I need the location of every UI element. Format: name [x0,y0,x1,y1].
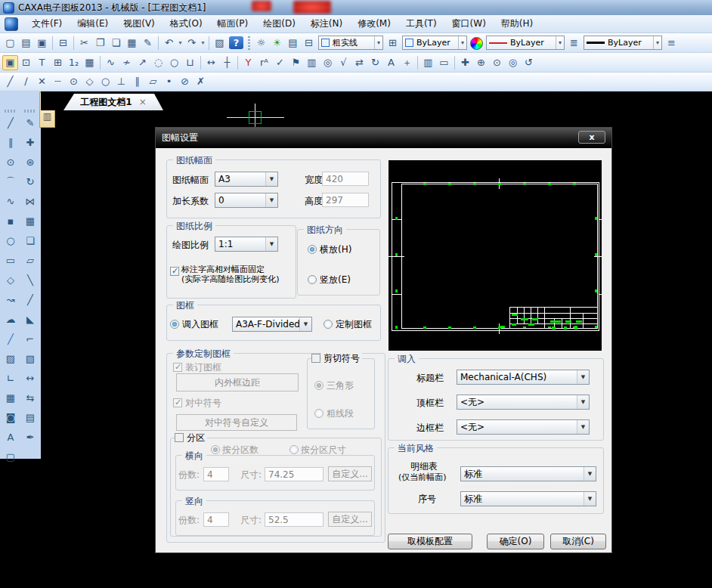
parallel-icon[interactable]: ∥ [3,136,18,150]
snap-quadrant-icon[interactable]: ◇ [82,74,98,89]
copy-basepoint-icon[interactable]: ❏ [108,36,124,51]
stretch-icon[interactable]: ⇆ [23,391,38,405]
load-frame-icon[interactable]: ⊡ [18,55,34,70]
menu-draw[interactable]: 绘图(D) [255,15,303,32]
break-line-icon[interactable]: ≁ [119,55,135,70]
mirror-icon[interactable]: ⋈ [23,195,38,209]
current-layer-combo[interactable]: 粗实线▾ [318,36,383,50]
fill-icon[interactable]: ▨ [3,352,18,366]
snap-clear-icon[interactable]: ✗ [193,74,209,89]
by-size-radio[interactable] [289,445,299,454]
linetype-combo[interactable]: ByLayer▾ [486,36,565,50]
margin-button[interactable]: 内外框边距 [176,373,299,391]
cut-icon[interactable]: ✂ [76,36,92,51]
titleblock-icon[interactable]: T [34,55,50,70]
ellipse-icon[interactable]: ○ [3,234,18,248]
dim-rotate-icon[interactable]: ↻ [367,55,383,70]
bom-icon[interactable]: ▦ [82,55,98,70]
ole-icon[interactable]: ▤ [23,411,38,425]
contour-icon[interactable]: ◌ [150,55,166,70]
explode-icon[interactable]: ▧ [23,352,38,366]
tolerance-icon[interactable]: ✓ [272,55,288,70]
h-size-input[interactable]: 74.25 [265,467,323,481]
open-file-icon[interactable]: ▤ [18,36,34,51]
dimension-icon[interactable]: ↔ [23,372,38,385]
image-icon[interactable]: ▢ [3,450,18,464]
plot-style-icon[interactable]: ⊟ [301,36,317,51]
landscape-radio[interactable] [308,245,317,254]
caxa-menu-icon[interactable] [5,17,18,31]
hatch-icon[interactable]: ▦ [3,391,18,405]
partition-checkbox[interactable] [175,433,184,442]
dim-linear-icon[interactable]: ↔ [203,55,219,70]
datum-target-icon[interactable]: ◎ [320,55,336,70]
fixed-text-height-checkbox[interactable] [170,267,179,276]
lineweight-combo[interactable]: ByLayer▾ [584,36,662,50]
draw-scale-combo[interactable]: 1:1 [215,237,278,252]
current-color-combo[interactable]: ByLayer▾ [402,36,467,50]
offset-icon[interactable]: ❏ [23,234,38,248]
magnify-icon[interactable]: ○ [166,55,182,70]
weld-symbol-icon[interactable]: ⊔ [182,55,198,70]
load-frame-radio[interactable] [170,320,179,329]
paper-size-combo[interactable]: A3 [215,172,278,187]
axis-icon[interactable]: ∟ [3,372,18,385]
menu-file[interactable]: 文件(F) [24,15,70,32]
snap-intersection-icon[interactable]: ✕ [34,74,50,89]
arc-icon[interactable]: ⌒ [3,175,18,189]
point-icon[interactable]: ▪ [3,215,18,228]
new-file-icon[interactable]: ▢ [2,36,18,51]
paper-settings-icon[interactable]: ▣ [2,55,18,70]
snap-perpendicular-icon[interactable]: ⊥ [113,74,129,89]
wavy-line-icon[interactable]: ∿ [103,55,119,70]
text-flag-icon[interactable]: ⚑ [288,55,304,70]
layer-manager-icon[interactable]: ⊞ [385,36,401,51]
layer-visibility-icon[interactable]: ☼ [253,36,269,51]
binding-frame-checkbox[interactable] [173,363,182,372]
serial-style-combo[interactable]: 标准 [460,491,596,506]
undo-dropdown-icon[interactable]: ▾ [177,36,184,51]
zoom-window-icon[interactable]: ⊙ [489,55,505,70]
pan-icon[interactable]: ✚ [457,55,473,70]
fit-tolerance-icon[interactable]: ▥ [304,55,320,70]
zoom-in-icon[interactable]: ⊕ [473,55,489,70]
block-insert-icon[interactable]: ▱ [23,254,38,268]
cancel-button[interactable]: 取消(C) [550,534,606,549]
linetype-manager-icon[interactable]: ≣ [566,36,582,51]
line-icon[interactable]: ╱ [3,116,18,130]
width-input[interactable]: 420 [322,172,369,186]
purge-icon[interactable]: ▧ [212,36,228,51]
properties-icon[interactable]: ✒ [23,431,38,444]
bom-style-combo[interactable]: 标准 [460,466,596,481]
erase-icon[interactable]: ✎ [23,116,38,130]
cloud-icon[interactable]: ☁ [3,313,18,326]
portrait-radio[interactable] [308,275,317,284]
center-custom-button[interactable]: 对中符号自定义 [176,414,297,431]
menu-format[interactable]: 格式(O) [163,15,210,32]
center-mark-icon[interactable]: ＋ [399,55,415,70]
redo-dropdown-icon[interactable]: ▾ [200,36,206,51]
palette-album-icon[interactable]: ▥ [40,110,55,122]
menu-window[interactable]: 窗口(W) [444,15,494,32]
datum-icon[interactable]: Y [240,55,256,70]
chamfer-icon[interactable]: ◣ [23,313,38,326]
paste-icon[interactable]: ▦ [124,36,140,51]
copy-move-icon[interactable]: ⊛ [23,156,38,169]
template-config-button[interactable]: 取模板配置 [388,534,472,549]
layer-state-icon[interactable]: ☀ [269,36,285,51]
help-icon[interactable]: ? [229,36,243,49]
cut-symbol-checkbox[interactable] [311,354,320,363]
h-count-input[interactable]: 4 [203,467,229,481]
dim-baseline-icon[interactable]: ┼ [219,55,235,70]
redo-icon[interactable]: ↷ [184,36,200,51]
layer-lock-icon[interactable]: ▤ [285,36,301,51]
triangle-radio[interactable] [314,381,323,390]
v-size-input[interactable]: 52.5 [265,512,323,527]
h-custom-button[interactable]: 自定义... [328,466,372,481]
display-config-icon[interactable]: ▥ [420,55,436,70]
measure-icon[interactable]: ▭ [436,55,452,70]
undo-icon[interactable]: ↶ [161,36,177,51]
array-icon[interactable]: ▦ [23,215,38,228]
extend-factor-combo[interactable]: 0 [215,193,278,208]
dropdown-arrow[interactable]: ▾ [458,36,466,49]
